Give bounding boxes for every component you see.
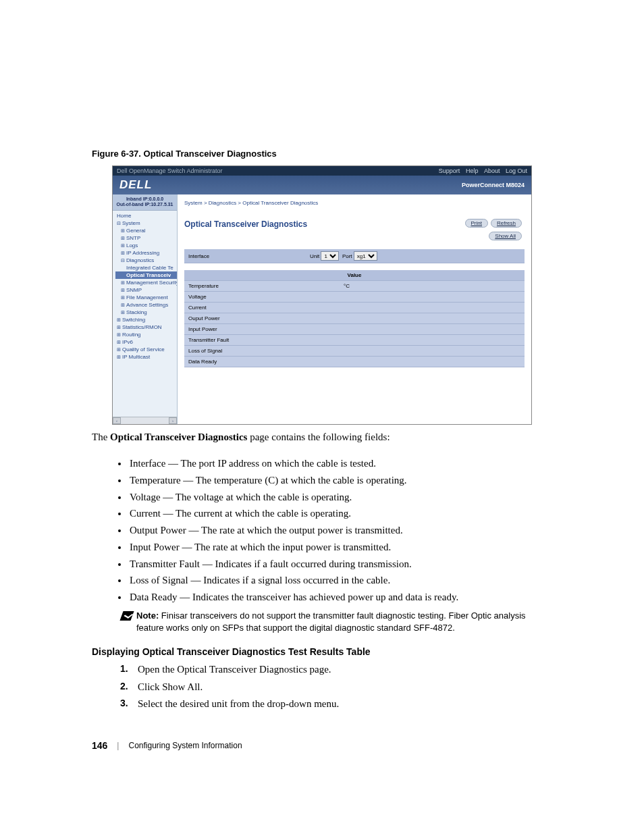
value-rows: Temperature°CVoltageCurrentOuput PowerIn… bbox=[184, 281, 525, 367]
list-item: Output Power — The rate at which the out… bbox=[128, 522, 552, 539]
table-row: Input Power bbox=[184, 324, 525, 335]
list-item: Loss of Signal — Indicates if a signal l… bbox=[128, 572, 552, 589]
app-title: Dell OpenManage Switch Administrator bbox=[117, 167, 223, 174]
row-key: Data Ready bbox=[188, 359, 310, 365]
value-header: Value bbox=[184, 270, 525, 281]
row-key: Current bbox=[188, 305, 310, 311]
note-label: Note: bbox=[136, 610, 161, 621]
unit-select[interactable]: 1 bbox=[321, 251, 339, 261]
scroll-right-icon[interactable]: › bbox=[169, 417, 177, 424]
refresh-button[interactable]: Refresh bbox=[491, 219, 522, 228]
intro-text: The Optical Transceiver Diagnostics page… bbox=[92, 429, 552, 445]
field-name: Transmitter Fault — bbox=[130, 558, 215, 569]
interface-row: Interface Unit 1 Port xg1 bbox=[184, 249, 525, 263]
field-name: Current bbox=[130, 508, 161, 519]
tree-node[interactable]: Quality of Service bbox=[115, 346, 177, 353]
tree-node[interactable]: Integrated Cable Te bbox=[115, 264, 177, 271]
tree-node[interactable]: System bbox=[115, 219, 177, 227]
show-all-button[interactable]: Show All bbox=[489, 232, 522, 240]
list-item: Temperature — The temperature (C) at whi… bbox=[128, 472, 552, 489]
tree-node[interactable]: Advance Settings bbox=[115, 301, 177, 309]
field-desc: — The port IP address on which the cable… bbox=[165, 458, 376, 469]
row-key: Voltage bbox=[188, 294, 310, 300]
list-item: Interface — The port IP address on which… bbox=[128, 455, 552, 472]
logout-link[interactable]: Log Out bbox=[506, 167, 527, 174]
sidebar: Inband IP:0.0.0.0 Out-of-band IP:10.27.5… bbox=[113, 194, 178, 424]
table-row: Transmitter Fault bbox=[184, 335, 525, 346]
tree-node[interactable]: Home bbox=[115, 212, 177, 219]
tree-node[interactable]: General bbox=[115, 227, 177, 234]
main-panel: System > Diagnostics > Optical Transceiv… bbox=[178, 194, 531, 424]
tree-node[interactable]: Switching bbox=[115, 316, 177, 323]
tree-node[interactable]: Logs bbox=[115, 242, 177, 249]
note-text: Finisar transceivers do not support the … bbox=[136, 610, 526, 633]
breadcrumb: System > Diagnostics > Optical Transceiv… bbox=[184, 197, 525, 213]
tree-node[interactable]: File Management bbox=[115, 294, 177, 301]
tree-node[interactable]: Diagnostics bbox=[115, 257, 177, 264]
app-topbar: Dell OpenManage Switch Administrator Sup… bbox=[113, 166, 531, 176]
tree-node[interactable]: Management Security bbox=[115, 279, 177, 286]
app-screenshot: Dell OpenManage Switch Administrator Sup… bbox=[112, 165, 532, 425]
table-row: Voltage bbox=[184, 292, 525, 303]
field-desc: The rate at which the output power is tr… bbox=[201, 525, 403, 536]
list-item: Transmitter Fault — Indicates if a fault… bbox=[128, 556, 552, 573]
row-value: °C bbox=[344, 283, 350, 289]
field-name: Output Power — bbox=[130, 525, 201, 536]
row-key: Transmitter Fault bbox=[188, 337, 310, 343]
tree-node[interactable]: Stacking bbox=[115, 309, 177, 316]
row-key: Input Power bbox=[188, 326, 310, 332]
outband-ip: Out-of-band IP:10.27.5.31 bbox=[115, 202, 174, 207]
note-block: Note: Finisar transceivers do not suppor… bbox=[122, 610, 552, 634]
tree-node[interactable]: IP Multicast bbox=[115, 353, 177, 361]
product-name: PowerConnect M8024 bbox=[462, 182, 525, 188]
table-row: Loss of Signal bbox=[184, 346, 525, 357]
table-row: Temperature°C bbox=[184, 281, 525, 292]
field-name: Temperature bbox=[130, 475, 181, 486]
field-name: Loss of Signal bbox=[130, 575, 188, 585]
field-desc: — Indicates if a signal loss occurred in… bbox=[188, 575, 390, 585]
field-name: Input Power — bbox=[130, 542, 194, 552]
tree-node[interactable]: Statistics/RMON bbox=[115, 323, 177, 331]
scroll-left-icon[interactable]: ‹ bbox=[113, 417, 121, 424]
table-row: Ouput Power bbox=[184, 313, 525, 324]
field-desc: The rate at which the input power is tra… bbox=[194, 542, 391, 552]
port-select[interactable]: xg1 bbox=[354, 251, 377, 261]
field-desc: Indicates if a fault occurred during tra… bbox=[215, 558, 412, 569]
tree-node[interactable]: IP Addressing bbox=[115, 249, 177, 257]
figure-caption: Figure 6-37. Optical Transceiver Diagnos… bbox=[92, 149, 552, 159]
steps-list: Open the Optical Transceiver Diagnostics… bbox=[92, 661, 552, 713]
fields-list: Interface — The port IP address on which… bbox=[92, 455, 552, 606]
page-number: 146 bbox=[92, 740, 107, 751]
table-row: Data Ready bbox=[184, 357, 525, 367]
row-key: Loss of Signal bbox=[188, 348, 310, 354]
sidebar-scrollbar[interactable]: ‹ › bbox=[113, 417, 177, 424]
list-item: Data Ready — Indicates the transceiver h… bbox=[128, 589, 552, 606]
about-link[interactable]: About bbox=[484, 167, 500, 174]
support-link[interactable]: Support bbox=[439, 167, 460, 174]
row-key: Temperature bbox=[188, 283, 310, 289]
field-desc: — The temperature (C) at which the cable… bbox=[181, 475, 407, 486]
print-button[interactable]: Print bbox=[465, 219, 488, 228]
tree-node[interactable]: SNTP bbox=[115, 234, 177, 242]
footer-section: Configuring System Information bbox=[128, 741, 242, 750]
nav-tree[interactable]: HomeSystemGeneralSNTPLogsIP AddressingDi… bbox=[113, 211, 177, 362]
list-item: Voltage — The voltage at which the cable… bbox=[128, 489, 552, 506]
row-key: Ouput Power bbox=[188, 315, 310, 321]
dell-logo: DELL bbox=[119, 178, 152, 192]
tree-node[interactable]: IPv6 bbox=[115, 338, 177, 346]
field-name: Interface bbox=[130, 458, 165, 469]
list-item: Current — The current at which the cable… bbox=[128, 505, 552, 522]
interface-label: Interface bbox=[188, 253, 310, 259]
table-row: Current bbox=[184, 303, 525, 313]
inband-ip: Inband IP:0.0.0.0 bbox=[115, 197, 174, 202]
page-footer: 146 | Configuring System Information bbox=[92, 740, 552, 751]
field-desc: — The current at which the cable is oper… bbox=[161, 508, 351, 519]
tree-node[interactable]: SNMP bbox=[115, 286, 177, 294]
help-link[interactable]: Help bbox=[466, 167, 479, 174]
step-item: Open the Optical Transceiver Diagnostics… bbox=[124, 661, 552, 679]
unit-label: Unit bbox=[310, 253, 319, 259]
field-desc: — Indicates the transceiver has achieved… bbox=[177, 592, 458, 602]
ip-box: Inband IP:0.0.0.0 Out-of-band IP:10.27.5… bbox=[113, 194, 177, 211]
tree-node[interactable]: Optical Transceiv bbox=[115, 271, 177, 279]
tree-node[interactable]: Routing bbox=[115, 331, 177, 338]
